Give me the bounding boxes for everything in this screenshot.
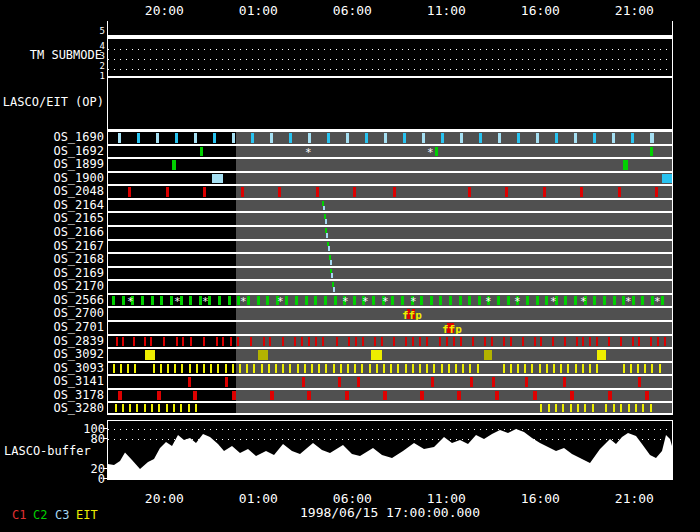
event-mark <box>393 337 395 347</box>
event-mark <box>533 391 537 401</box>
os-row <box>107 374 673 388</box>
event-mark <box>157 391 161 401</box>
event-mark <box>659 364 661 374</box>
event-mark <box>457 391 461 401</box>
event-mark <box>225 364 227 374</box>
buffer-ytick <box>103 478 107 479</box>
event-mark <box>203 187 206 197</box>
event-mark <box>163 337 165 347</box>
os-row <box>107 184 673 198</box>
event-mark <box>412 364 414 374</box>
event-mark <box>505 187 508 197</box>
star-annotation: * <box>342 296 349 307</box>
os-row-label: OS_2164 <box>0 199 104 213</box>
event-mark <box>324 296 327 306</box>
event-mark <box>613 404 615 412</box>
event-mark <box>314 296 317 306</box>
buffer-ytick-label: 0 <box>70 473 105 486</box>
event-mark <box>150 337 152 347</box>
event-mark <box>536 296 539 306</box>
os-row <box>107 171 673 185</box>
star-annotation: * <box>127 296 134 307</box>
event-mark <box>661 296 664 306</box>
event-mark <box>266 296 269 306</box>
event-mark <box>355 337 357 347</box>
event-mark <box>628 404 630 412</box>
os-row-label: OS_2700 <box>0 307 104 321</box>
os-row: ffp <box>107 320 673 334</box>
submode-gridline <box>108 69 672 70</box>
event-mark <box>593 296 596 306</box>
os-row <box>107 225 673 239</box>
event-mark <box>189 296 192 306</box>
event-mark <box>322 337 324 347</box>
event-mark <box>596 337 598 347</box>
event-mark <box>180 404 182 412</box>
event-mark <box>250 337 252 347</box>
event-mark <box>263 337 265 347</box>
event-mark <box>200 147 203 157</box>
event-mark <box>304 364 306 374</box>
event-mark <box>257 296 260 306</box>
os-row <box>107 239 673 253</box>
event-mark <box>232 391 236 401</box>
event-mark <box>390 364 392 374</box>
event-mark <box>173 404 175 412</box>
event-mark <box>426 337 428 347</box>
event-mark <box>203 364 205 374</box>
event-mark <box>582 364 584 374</box>
event-mark <box>564 337 566 347</box>
event-mark <box>522 337 524 347</box>
shaded-region <box>236 295 672 307</box>
event-mark <box>543 187 546 197</box>
event-mark <box>562 404 564 412</box>
time-label: 01:00 <box>233 4 283 17</box>
event-mark <box>120 364 122 374</box>
event-mark <box>439 296 442 306</box>
event-mark <box>116 337 118 347</box>
os-row <box>107 347 673 361</box>
event-mark <box>596 364 598 374</box>
event-mark <box>403 133 406 143</box>
time-label: 11:00 <box>421 492 471 505</box>
ffp-annotation: ffp <box>402 311 422 320</box>
event-mark <box>346 133 349 143</box>
event-mark <box>645 391 649 401</box>
event-mark <box>630 364 632 374</box>
event-mark <box>316 187 319 197</box>
event-mark <box>525 377 528 387</box>
event-mark <box>285 296 288 306</box>
event-mark <box>420 391 424 401</box>
event-mark <box>188 404 190 412</box>
event-mark <box>225 377 228 387</box>
os-row-label: OS_3141 <box>0 375 104 389</box>
os-row <box>107 211 673 225</box>
event-mark <box>664 337 666 347</box>
event-mark <box>638 377 641 387</box>
event-mark <box>620 337 622 347</box>
event-mark <box>657 337 659 347</box>
event-mark <box>241 187 244 197</box>
star-annotation: * <box>240 296 247 307</box>
time-label: 06:00 <box>327 492 377 505</box>
tm-submode-panel <box>107 21 673 77</box>
event-mark <box>545 296 548 306</box>
event-mark <box>419 337 421 347</box>
os-row-label: OS_3093 <box>0 362 104 376</box>
os-row-label: OS_3092 <box>0 348 104 362</box>
shaded-region <box>236 363 672 375</box>
event-mark <box>333 287 335 292</box>
event-mark <box>555 133 558 143</box>
event-mark <box>484 337 486 347</box>
event-mark <box>196 364 198 374</box>
event-mark <box>278 187 281 197</box>
event-mark <box>570 391 574 401</box>
event-mark <box>144 337 146 347</box>
event-mark <box>510 337 512 347</box>
event-mark <box>650 404 652 412</box>
event-mark <box>484 350 492 360</box>
star-annotation: * <box>362 296 369 307</box>
event-mark <box>289 133 292 143</box>
event-mark <box>305 296 308 306</box>
star-annotation: * <box>514 296 521 307</box>
